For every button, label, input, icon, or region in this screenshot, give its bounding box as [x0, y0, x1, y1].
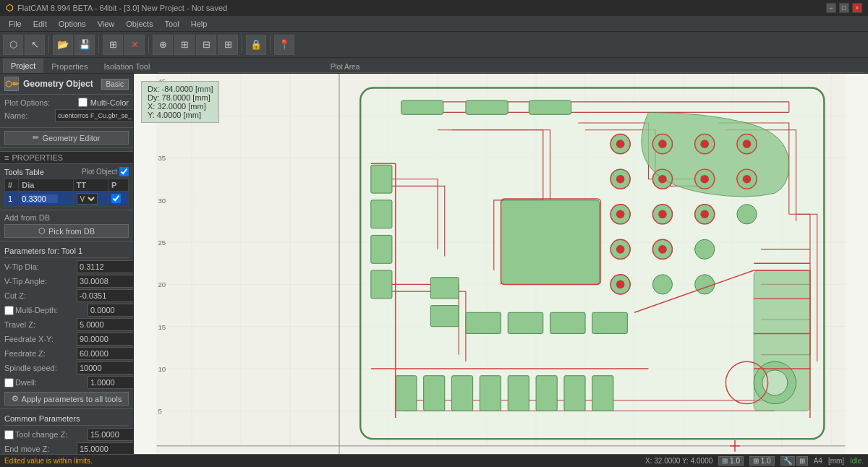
svg-rect-76	[430, 306, 459, 327]
add-from-db-label: Add from DB	[4, 213, 129, 222]
open-button[interactable]: 📂	[53, 35, 73, 55]
geometry-editor-button[interactable]: ✏ Geometry Editor	[4, 131, 129, 145]
statusbar: Edited value is within limits. X: 32.000…	[0, 454, 868, 467]
end-move-z-label: End move Z:	[4, 445, 77, 453]
name-input[interactable]	[55, 109, 134, 122]
close-button[interactable]: ×	[852, 3, 862, 13]
cell-dia	[19, 192, 73, 207]
minimize-button[interactable]: −	[826, 3, 836, 13]
app-title: FlatCAM 8.994 BETA - 64bit - [3.0] New P…	[17, 4, 227, 12]
cell-tt: V	[73, 192, 108, 207]
geo-editor-section: ✏ Geometry Editor	[0, 128, 133, 148]
pin-button[interactable]: 📍	[274, 35, 294, 55]
multi-depth-checkbox[interactable]	[4, 306, 14, 315]
svg-point-100	[743, 175, 752, 184]
plot-area-label: Plot Area	[325, 63, 366, 73]
edit-icon: ✏	[33, 133, 39, 142]
vtip-angle-label: V-Tip Angle:	[4, 277, 77, 286]
grid-button[interactable]: ⊞	[218, 35, 238, 55]
name-row: Name:	[4, 109, 129, 122]
svg-rect-50	[401, 100, 443, 114]
svg-point-70	[695, 275, 715, 294]
menu-view[interactable]: View	[92, 18, 121, 30]
svg-rect-74	[371, 270, 392, 299]
zoom-in-button[interactable]: ⊞	[174, 35, 195, 55]
tool-change-z-input[interactable]	[88, 428, 134, 441]
svg-point-98	[658, 175, 667, 184]
plot-object-label: Plot Object	[82, 168, 117, 176]
coordinate-display: Dx: -84.0000 [mm] Dy: 78.0000 [mm] X: 32…	[141, 81, 219, 123]
col-p: P	[108, 179, 128, 192]
basic-badge: Basic	[101, 79, 129, 90]
pointer-button[interactable]: ↖	[25, 35, 45, 55]
main-layout: ⬡✏ Geometry Object Basic Plot Options: M…	[0, 74, 868, 467]
svg-point-69	[652, 275, 672, 294]
feedrate-xy-input[interactable]	[77, 333, 134, 346]
vtip-dia-input[interactable]	[77, 260, 134, 273]
name-label: Name:	[4, 111, 55, 120]
grid-icon: ⊞	[796, 456, 808, 466]
svg-point-64	[737, 205, 757, 224]
dwell-input[interactable]	[88, 376, 134, 389]
svg-rect-71	[371, 165, 392, 193]
tab-project[interactable]: Project	[3, 59, 43, 73]
dwell-checkbox[interactable]	[4, 378, 14, 387]
svg-point-99	[700, 175, 709, 184]
menu-file[interactable]: File	[3, 18, 27, 30]
statusbar-message: Edited value is within limits.	[4, 457, 93, 465]
tools-table: # Dia TT P 1 V	[4, 179, 129, 207]
maximize-button[interactable]: □	[839, 3, 849, 13]
svg-rect-79	[550, 312, 586, 333]
svg-point-101	[616, 210, 625, 218]
multi-color-checkbox[interactable]	[78, 98, 88, 107]
p-checkbox[interactable]	[111, 194, 121, 203]
menu-objects[interactable]: Objects	[120, 18, 158, 30]
svg-text:20: 20	[158, 280, 166, 288]
pick-from-db-label: Pick from DB	[48, 227, 95, 236]
plot-area[interactable]: Dx: -84.0000 [mm] Dy: 78.0000 [mm] X: 32…	[134, 74, 868, 467]
vtip-angle-input[interactable]	[77, 275, 134, 288]
svg-rect-73	[371, 235, 392, 263]
spindle-speed-input[interactable]	[77, 361, 134, 374]
delete-button[interactable]: ✕	[124, 35, 145, 55]
zoom-out-button[interactable]: ⊟	[196, 35, 216, 55]
menu-options[interactable]: Options	[53, 18, 92, 30]
menu-edit[interactable]: Edit	[27, 18, 53, 30]
apply-params-label: Apply parameters to all tools	[22, 395, 122, 403]
properties-header: ≡ PROPERTIES	[0, 151, 133, 164]
copy-button[interactable]: ⊞	[103, 35, 123, 55]
cut-z-input[interactable]	[77, 289, 134, 302]
new-button[interactable]: ⬡	[3, 35, 23, 55]
svg-rect-88	[592, 376, 613, 411]
dwell-label: Dwell:	[15, 378, 88, 387]
dia-input[interactable]	[22, 194, 58, 203]
svg-text:30: 30	[158, 197, 166, 205]
svg-text:15: 15	[158, 323, 166, 331]
tt-select[interactable]: V	[77, 193, 98, 205]
tool-params-section: Parameters for: Tool 1 V-Tip Dia: ▲ ▼ V-…	[0, 241, 133, 409]
svg-point-94	[658, 140, 667, 148]
window-controls[interactable]: − □ ×	[826, 3, 862, 13]
menu-help[interactable]: Help	[185, 18, 213, 30]
tab-isolation-tool[interactable]: Isolation Tool	[95, 59, 158, 73]
menu-tool[interactable]: Tool	[159, 18, 185, 30]
svg-text:5: 5	[158, 407, 161, 415]
tools-table-section: Tools Table Plot Object # Dia TT P	[0, 164, 133, 210]
feedrate-z-input[interactable]	[77, 347, 134, 360]
multi-depth-input[interactable]	[88, 304, 134, 317]
tab-properties[interactable]: Properties	[43, 59, 95, 73]
travel-z-input[interactable]	[77, 318, 134, 331]
idle-status: Idle.	[850, 457, 864, 465]
svg-point-104	[616, 245, 625, 254]
lock-button[interactable]: 🔒	[246, 35, 266, 55]
tool-change-z-checkbox[interactable]	[4, 430, 14, 440]
apply-params-button[interactable]: ⚙ Apply parameters to all tools	[4, 392, 129, 406]
col-num: #	[5, 179, 19, 192]
table-row[interactable]: 1 V	[5, 192, 129, 207]
zoom-fit-button[interactable]: ⊕	[153, 35, 173, 55]
properties-label: PROPERTIES	[12, 153, 63, 162]
save-button[interactable]: 💾	[75, 35, 95, 55]
plot-object-checkbox[interactable]	[119, 167, 129, 176]
svg-text:25: 25	[158, 239, 166, 247]
pick-from-db-button[interactable]: ⬡ Pick from DB	[4, 224, 129, 238]
